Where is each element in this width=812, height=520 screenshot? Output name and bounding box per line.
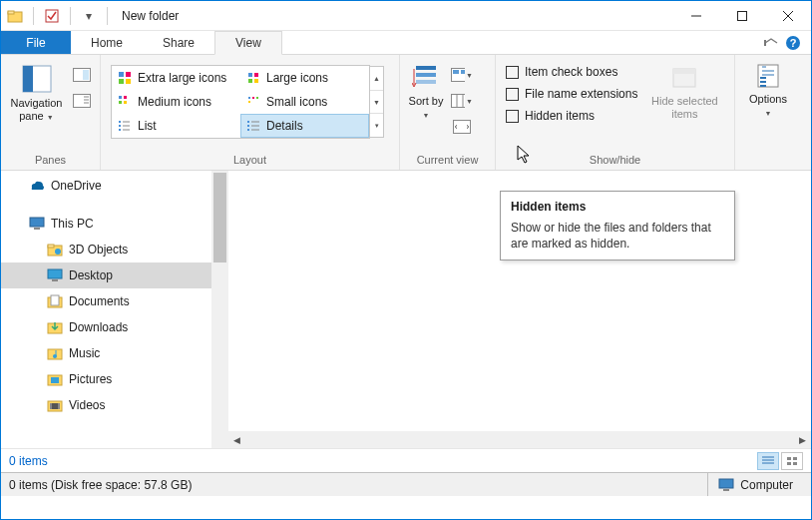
group-label-currentview: Current view: [406, 152, 489, 168]
tab-share[interactable]: Share: [143, 31, 214, 54]
svg-rect-14: [74, 95, 91, 108]
svg-rect-86: [793, 462, 797, 465]
svg-rect-48: [416, 80, 436, 84]
ribbon-tabs: File Home Share View ?: [1, 31, 811, 55]
nav-thispc[interactable]: This PC: [1, 211, 228, 237]
status-bar-secondary: 0 items (Disk free space: 57.8 GB) Compu…: [1, 472, 811, 496]
nav-pictures[interactable]: Pictures: [1, 366, 228, 392]
svg-rect-20: [119, 79, 124, 84]
svg-rect-38: [119, 129, 121, 131]
navigation-pane-button[interactable]: Navigation pane ▼: [7, 59, 66, 128]
svg-rect-29: [124, 101, 127, 104]
svg-rect-65: [48, 245, 54, 248]
group-label-showhide: Show/hide: [502, 152, 728, 168]
separator: [33, 7, 34, 25]
folder-icon: [7, 8, 23, 24]
nav-desktop[interactable]: Desktop: [1, 262, 228, 288]
svg-rect-25: [254, 79, 258, 83]
scroll-left-icon[interactable]: ◀: [228, 431, 245, 448]
layout-small[interactable]: Small icons: [240, 90, 369, 114]
group-by-button[interactable]: ▼: [450, 63, 474, 87]
layout-medium[interactable]: Medium icons: [112, 90, 240, 114]
tab-view[interactable]: View: [214, 31, 282, 55]
svg-rect-67: [48, 269, 62, 278]
svg-rect-59: [760, 77, 766, 79]
svg-rect-60: [760, 81, 766, 83]
maximize-button[interactable]: [719, 1, 765, 31]
svg-rect-18: [119, 72, 124, 77]
close-button[interactable]: [765, 1, 811, 31]
svg-rect-79: [58, 403, 60, 409]
layout-gallery[interactable]: Extra large icons Large icons Medium ico…: [111, 65, 370, 139]
svg-rect-7: [764, 40, 766, 46]
tab-home[interactable]: Home: [71, 31, 143, 54]
svg-rect-46: [416, 66, 436, 70]
svg-point-66: [55, 249, 61, 255]
svg-rect-24: [248, 79, 252, 83]
svg-rect-11: [23, 66, 33, 92]
svg-point-73: [53, 354, 57, 358]
nav-3dobjects[interactable]: 3D Objects: [1, 237, 228, 262]
svg-rect-63: [34, 228, 40, 230]
help-icon[interactable]: ?: [785, 35, 801, 51]
layout-list[interactable]: List: [112, 114, 240, 138]
svg-rect-58: [758, 65, 778, 87]
tooltip: Hidden items Show or hide the files and …: [500, 191, 735, 260]
svg-rect-68: [52, 279, 58, 281]
svg-rect-2: [46, 10, 58, 22]
item-checkboxes-toggle[interactable]: Item check boxes: [502, 61, 641, 83]
svg-rect-87: [719, 479, 733, 488]
navigation-pane: OneDrive This PC 3D Objects Desktop Docu…: [1, 171, 228, 448]
svg-rect-13: [83, 70, 89, 80]
view-details-toggle[interactable]: [757, 452, 779, 470]
svg-rect-50: [453, 70, 459, 74]
layout-extra-large[interactable]: Extra large icons: [112, 66, 240, 90]
svg-rect-31: [252, 97, 254, 99]
separator: [107, 7, 108, 25]
hide-selected-button[interactable]: Hide selected items: [645, 59, 723, 125]
properties-icon[interactable]: [44, 8, 60, 24]
tab-file[interactable]: File: [1, 31, 71, 54]
content-scrollbar[interactable]: ◀ ▶: [228, 431, 811, 448]
svg-rect-33: [248, 101, 250, 103]
window-title: New folder: [122, 9, 179, 23]
svg-rect-47: [416, 73, 436, 77]
svg-rect-26: [119, 96, 122, 99]
nav-downloads[interactable]: Downloads: [1, 314, 228, 340]
scroll-right-icon[interactable]: ▶: [794, 431, 811, 448]
nav-onedrive[interactable]: OneDrive: [1, 173, 228, 199]
svg-rect-23: [254, 73, 258, 77]
svg-rect-83: [787, 457, 791, 460]
add-columns-button[interactable]: ▼: [450, 89, 474, 113]
layout-details[interactable]: Details: [240, 114, 369, 138]
minimize-ribbon-icon[interactable]: [763, 37, 779, 49]
file-extensions-toggle[interactable]: File name extensions: [502, 83, 641, 105]
options-button[interactable]: Options▼: [741, 59, 795, 124]
view-largeicons-toggle[interactable]: [781, 452, 803, 470]
svg-rect-27: [124, 96, 127, 99]
svg-rect-84: [793, 457, 797, 460]
disk-space-text: 0 items (Disk free space: 57.8 GB): [9, 478, 192, 492]
size-columns-button[interactable]: [450, 115, 474, 139]
minimize-button[interactable]: [673, 1, 719, 31]
svg-rect-88: [723, 489, 729, 491]
svg-rect-28: [119, 101, 122, 104]
qat-dropdown-icon[interactable]: ▾: [81, 8, 97, 24]
nav-scrollbar[interactable]: [211, 171, 228, 448]
tooltip-text: Show or hide the files and folders that …: [511, 220, 724, 252]
svg-rect-21: [126, 79, 131, 84]
details-pane-button[interactable]: [70, 89, 94, 113]
preview-pane-button[interactable]: [70, 63, 94, 87]
nav-documents[interactable]: Documents: [1, 288, 228, 314]
nav-music[interactable]: Music: [1, 340, 228, 366]
layout-scroll[interactable]: ▲▼▾: [370, 66, 384, 138]
layout-large[interactable]: Large icons: [240, 66, 369, 90]
svg-rect-22: [248, 73, 252, 77]
svg-rect-1: [8, 11, 14, 14]
group-label-layout: Layout: [107, 152, 393, 168]
status-bar: 0 items: [1, 448, 811, 472]
nav-videos[interactable]: Videos: [1, 392, 228, 418]
hidden-items-toggle[interactable]: Hidden items: [502, 105, 641, 127]
sort-by-button[interactable]: Sort by ▼: [406, 59, 446, 126]
svg-rect-51: [461, 70, 465, 74]
